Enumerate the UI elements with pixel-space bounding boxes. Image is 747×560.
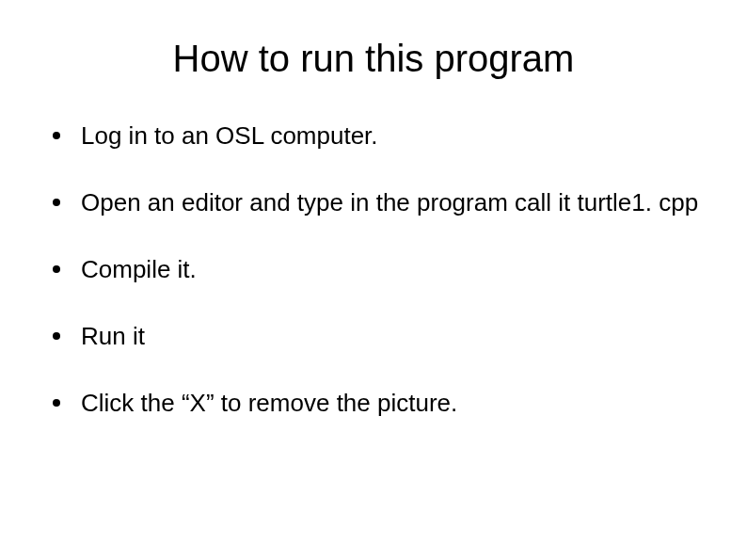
list-item: Log in to an OSL computer. (47, 118, 700, 154)
list-item: Run it (47, 318, 700, 355)
bullet-text: Compile it. (81, 251, 700, 288)
bullet-icon (53, 399, 60, 407)
bullet-icon (53, 132, 60, 139)
bullet-text: Click the “X” to remove the picture. (81, 385, 700, 422)
bullet-text: Log in to an OSL computer. (81, 118, 700, 154)
list-item: Open an editor and type in the program c… (47, 184, 700, 221)
bullet-list: Log in to an OSL computer. Open an edito… (47, 118, 700, 422)
bullet-icon (53, 199, 60, 206)
list-item: Compile it. (47, 251, 700, 288)
bullet-text: Open an editor and type in the program c… (81, 184, 700, 221)
slide: How to run this program Log in to an OSL… (0, 0, 747, 560)
bullet-text: Run it (81, 318, 700, 355)
list-item: Click the “X” to remove the picture. (47, 385, 700, 422)
bullet-icon (53, 265, 60, 273)
bullet-icon (53, 332, 60, 340)
slide-title: How to run this program (47, 38, 700, 80)
